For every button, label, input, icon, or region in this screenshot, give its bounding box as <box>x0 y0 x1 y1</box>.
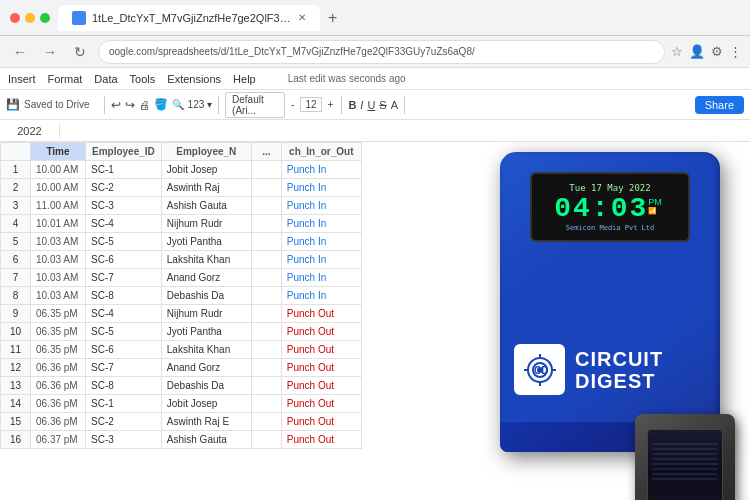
cell-punch-1[interactable]: Punch In <box>281 161 361 179</box>
table-row[interactable]: 210.00 AMSC-2Aswinth RajPunch In <box>1 179 362 197</box>
col-header-c[interactable]: Employee_ID <box>86 143 162 161</box>
table-row[interactable]: 1206.36 pMSC-7Anand GorzPunch Out <box>1 359 362 377</box>
cell-b-9[interactable]: 06.35 pM <box>31 305 86 323</box>
cell-c-16[interactable]: SC-3 <box>86 431 162 449</box>
redo-icon[interactable]: ↪ <box>125 98 135 112</box>
cell-c-15[interactable]: SC-2 <box>86 413 162 431</box>
cell-c-12[interactable]: SC-7 <box>86 359 162 377</box>
cell-b-8[interactable]: 10.03 AM <box>31 287 86 305</box>
cell-d-2[interactable]: Aswinth Raj <box>161 179 251 197</box>
table-row[interactable]: 610.03 AMSC-6Lakshita KhanPunch In <box>1 251 362 269</box>
cell-d-8[interactable]: Debashis Da <box>161 287 251 305</box>
cell-d-5[interactable]: Jyoti Pantha <box>161 233 251 251</box>
menu-insert[interactable]: Insert <box>8 73 36 85</box>
zoom-icon[interactable]: 🔍 <box>172 99 184 110</box>
cell-c-9[interactable]: SC-4 <box>86 305 162 323</box>
cell-punch-13[interactable]: Punch Out <box>281 377 361 395</box>
italic-button[interactable]: I <box>360 99 363 111</box>
font-size-value[interactable]: 12 <box>300 97 321 112</box>
cell-c-10[interactable]: SC-5 <box>86 323 162 341</box>
cell-punch-8[interactable]: Punch In <box>281 287 361 305</box>
minimize-dot[interactable] <box>25 13 35 23</box>
cell-punch-9[interactable]: Punch Out <box>281 305 361 323</box>
cell-c-14[interactable]: SC-1 <box>86 395 162 413</box>
cell-c-1[interactable]: SC-1 <box>86 161 162 179</box>
print-icon[interactable]: 🖨 <box>139 99 150 111</box>
cell-d-14[interactable]: Jobit Josep <box>161 395 251 413</box>
cell-b-13[interactable]: 06.36 pM <box>31 377 86 395</box>
cell-d-12[interactable]: Anand Gorz <box>161 359 251 377</box>
cell-c-3[interactable]: SC-3 <box>86 197 162 215</box>
menu-extensions[interactable]: Extensions <box>167 73 221 85</box>
table-row[interactable]: 906.35 pMSC-4Nijhum RudrPunch Out <box>1 305 362 323</box>
cell-d-1[interactable]: Jobit Josep <box>161 161 251 179</box>
cell-punch-2[interactable]: Punch In <box>281 179 361 197</box>
table-row[interactable]: 1506.36 pMSC-2Aswinth Raj EPunch Out <box>1 413 362 431</box>
cell-d-16[interactable]: Ashish Gauta <box>161 431 251 449</box>
cell-punch-11[interactable]: Punch Out <box>281 341 361 359</box>
table-row[interactable]: 510.03 AMSC-5Jyoti PanthaPunch In <box>1 233 362 251</box>
cell-d-15[interactable]: Aswinth Raj E <box>161 413 251 431</box>
font-size-up[interactable]: + <box>326 99 336 110</box>
table-row[interactable]: 710.03 AMSC-7Anand GorzPunch In <box>1 269 362 287</box>
col-header-last[interactable]: ch_In_or_Out <box>281 143 361 161</box>
cell-b-15[interactable]: 06.36 pM <box>31 413 86 431</box>
forward-button[interactable]: → <box>38 44 62 60</box>
cell-punch-12[interactable]: Punch Out <box>281 359 361 377</box>
table-row[interactable]: 1406.36 pMSC-1Jobit JosepPunch Out <box>1 395 362 413</box>
cell-b-2[interactable]: 10.00 AM <box>31 179 86 197</box>
cell-b-5[interactable]: 10.03 AM <box>31 233 86 251</box>
paint-format-icon[interactable]: 🪣 <box>154 98 168 111</box>
table-row[interactable]: 1606.37 pMSC-3Ashish GautaPunch Out <box>1 431 362 449</box>
table-row[interactable]: 410.01 AMSC-4Nijhum RudrPunch In <box>1 215 362 233</box>
bookmark-icon[interactable]: ☆ <box>671 44 683 59</box>
refresh-button[interactable]: ↻ <box>68 44 92 60</box>
table-row[interactable]: 1106.35 pMSC-6Lakshita KhanPunch Out <box>1 341 362 359</box>
bold-button[interactable]: B <box>348 99 356 111</box>
cell-d-10[interactable]: Jyoti Pantha <box>161 323 251 341</box>
font-size-down[interactable]: - <box>289 99 296 110</box>
cell-punch-14[interactable]: Punch Out <box>281 395 361 413</box>
cell-punch-3[interactable]: Punch In <box>281 197 361 215</box>
table-row[interactable]: 810.03 AMSC-8Debashis DaPunch In <box>1 287 362 305</box>
table-row[interactable]: 311.00 AMSC-3Ashish GautaPunch In <box>1 197 362 215</box>
cell-punch-6[interactable]: Punch In <box>281 251 361 269</box>
menu-help[interactable]: Help <box>233 73 256 85</box>
share-button[interactable]: Share <box>695 96 744 114</box>
cell-d-9[interactable]: Nijhum Rudr <box>161 305 251 323</box>
cell-c-7[interactable]: SC-7 <box>86 269 162 287</box>
extensions-icon[interactable]: ⚙ <box>711 44 723 59</box>
font-name-select[interactable]: Default (Ari... <box>225 92 285 118</box>
cell-c-8[interactable]: SC-8 <box>86 287 162 305</box>
cell-b-11[interactable]: 06.35 pM <box>31 341 86 359</box>
undo-icon[interactable]: ↩ <box>111 98 121 112</box>
tab-close-icon[interactable]: ✕ <box>298 12 306 23</box>
cell-punch-15[interactable]: Punch Out <box>281 413 361 431</box>
col-header-e[interactable]: ... <box>251 143 281 161</box>
cell-d-3[interactable]: Ashish Gauta <box>161 197 251 215</box>
cell-b-1[interactable]: 10.00 AM <box>31 161 86 179</box>
cell-b-3[interactable]: 11.00 AM <box>31 197 86 215</box>
formula-bar[interactable] <box>60 129 750 133</box>
cell-b-16[interactable]: 06.37 pM <box>31 431 86 449</box>
cell-b-12[interactable]: 06.36 pM <box>31 359 86 377</box>
browser-tab[interactable]: 1tLe_DtcYxT_M7vGjiZnzfHe7ge2QlF33GUy7uZs… <box>58 5 320 31</box>
cell-d-6[interactable]: Lakshita Khan <box>161 251 251 269</box>
cell-d-7[interactable]: Anand Gorz <box>161 269 251 287</box>
cell-d-4[interactable]: Nijhum Rudr <box>161 215 251 233</box>
cell-c-5[interactable]: SC-5 <box>86 233 162 251</box>
cell-b-7[interactable]: 10.03 AM <box>31 269 86 287</box>
cell-punch-4[interactable]: Punch In <box>281 215 361 233</box>
cell-b-10[interactable]: 06.35 pM <box>31 323 86 341</box>
cell-d-11[interactable]: Lakshita Khan <box>161 341 251 359</box>
new-tab-button[interactable]: + <box>328 9 337 27</box>
cell-c-2[interactable]: SC-2 <box>86 179 162 197</box>
back-button[interactable]: ← <box>8 44 32 60</box>
cell-punch-10[interactable]: Punch Out <box>281 323 361 341</box>
close-dot[interactable] <box>10 13 20 23</box>
maximize-dot[interactable] <box>40 13 50 23</box>
cell-punch-5[interactable]: Punch In <box>281 233 361 251</box>
menu-tools[interactable]: Tools <box>130 73 156 85</box>
cell-c-13[interactable]: SC-8 <box>86 377 162 395</box>
cell-c-6[interactable]: SC-6 <box>86 251 162 269</box>
